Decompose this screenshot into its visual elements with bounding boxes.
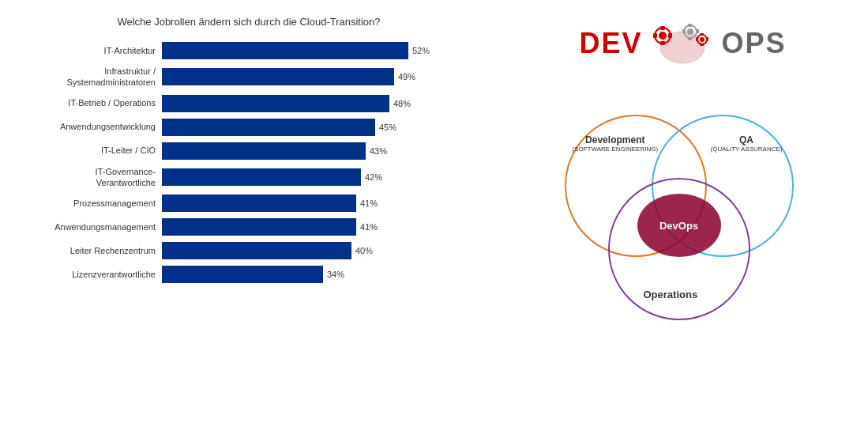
svg-point-8: [687, 28, 693, 35]
bar-label: Lizenzverantwortliche: [16, 269, 162, 280]
bar-label: Infrastruktur /Systemadministratoren: [16, 66, 162, 89]
bar-container: 52%: [162, 42, 482, 59]
bar-row: Anwendungsmanagement41%: [16, 218, 482, 236]
bar-value: 40%: [355, 246, 373, 255]
svg-rect-16: [700, 43, 704, 46]
bar-fill: [162, 119, 375, 136]
bar-row: Anwendungsentwicklung45%: [16, 119, 482, 136]
svg-rect-11: [682, 29, 686, 33]
svg-rect-9: [688, 24, 692, 27]
svg-rect-5: [653, 33, 657, 38]
bar-row: Leiter Rechenzentrum40%: [16, 242, 482, 259]
bar-container: 48%: [162, 95, 482, 112]
bar-fill: [162, 142, 366, 160]
chart-title: Welche Jobrollen ändern sich durch die C…: [16, 16, 482, 28]
bar-value: 45%: [379, 123, 396, 132]
bar-container: 45%: [162, 119, 482, 136]
bar-value: 52%: [412, 46, 430, 55]
svg-point-14: [700, 37, 705, 42]
bar-label: Prozessmanagement: [16, 198, 162, 209]
bar-fill: [162, 68, 394, 85]
venn-dev-label: Development (SOFTWARE ENGINEERING): [573, 134, 659, 153]
bar-value: 41%: [360, 198, 378, 208]
bar-label: IT-Governance-Verantwortliche: [16, 166, 162, 189]
svg-rect-10: [688, 37, 692, 40]
bar-fill: [162, 168, 361, 186]
bar-fill: [162, 42, 408, 59]
bar-label: Leiter Rechenzentrum: [16, 245, 162, 256]
bar-label: Anwendungsentwicklung: [16, 121, 162, 132]
bar-fill: [162, 95, 389, 112]
svg-rect-3: [660, 26, 665, 30]
svg-point-2: [659, 32, 667, 40]
svg-rect-15: [700, 33, 704, 36]
venn-ops-label: Operations: [644, 289, 698, 300]
dev-label: DEV: [579, 27, 642, 60]
bar-container: 40%: [162, 242, 482, 259]
bar-container: 43%: [162, 142, 482, 160]
svg-rect-4: [660, 41, 665, 45]
venn-diagram: DevOps Development (SOFTWARE ENGINEERING…: [549, 91, 817, 328]
left-panel: Welche Jobrollen ändern sich durch die C…: [0, 0, 490, 442]
venn-qa-label: QA (QUALITY ASSURANCE): [711, 134, 783, 153]
bar-label: IT-Architektur: [16, 45, 162, 56]
bar-row: Lizenzverantwortliche34%: [16, 266, 482, 283]
devops-center-overlap: DevOps: [637, 194, 721, 257]
bar-container: 49%: [162, 68, 482, 85]
bar-label: IT-Betrieb / Operations: [16, 97, 162, 108]
bar-value: 43%: [370, 146, 387, 156]
bar-value: 34%: [327, 270, 344, 279]
ops-label: OPS: [722, 27, 787, 60]
bar-fill: [162, 218, 356, 236]
svg-rect-12: [696, 29, 699, 33]
bar-row: IT-Betrieb / Operations48%: [16, 95, 482, 112]
bar-value: 42%: [365, 172, 382, 182]
devops-header: DEV: [579, 20, 786, 67]
devops-center-label: DevOps: [659, 220, 698, 232]
bar-fill: [162, 242, 351, 259]
bar-row: Infrastruktur /Systemadministratoren49%: [16, 66, 482, 89]
bar-value: 49%: [398, 72, 415, 81]
bar-row: IT-Governance-Verantwortliche42%: [16, 166, 482, 189]
bar-value: 41%: [360, 222, 378, 232]
right-panel: DEV: [490, 0, 868, 442]
bar-value: 48%: [393, 99, 411, 108]
bar-fill: [162, 266, 323, 283]
bar-container: 34%: [162, 266, 482, 283]
bar-container: 41%: [162, 218, 482, 236]
bar-chart: IT-Architektur52%Infrastruktur /Systemad…: [16, 42, 482, 283]
bar-row: IT-Leiter / CIO43%: [16, 142, 482, 160]
gear-brain-icon: [647, 20, 718, 67]
bar-label: Anwendungsmanagement: [16, 221, 162, 232]
svg-rect-18: [706, 37, 708, 41]
bar-row: IT-Architektur52%: [16, 42, 482, 59]
bar-fill: [162, 195, 356, 212]
bar-container: 41%: [162, 195, 482, 212]
bar-container: 42%: [162, 168, 482, 186]
bar-label: IT-Leiter / CIO: [16, 145, 162, 156]
bar-row: Prozessmanagement41%: [16, 195, 482, 212]
svg-rect-6: [668, 33, 672, 38]
svg-rect-17: [696, 37, 698, 41]
